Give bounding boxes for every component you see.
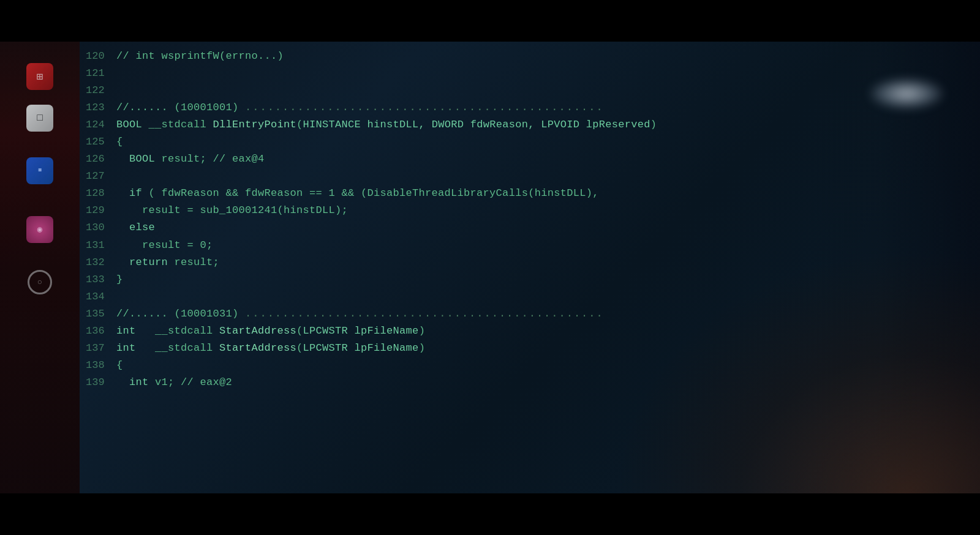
left-sidebar: ⊞ □ ▪ ◉ [0,42,80,493]
line-content-128: if ( fdwReason && fdwReason == 1 && (Dis… [116,185,599,202]
line-num-133: 133 [86,271,116,288]
sidebar-icon-symbol-4: ◉ [37,224,42,234]
code-line-131: 131 result = 0; [86,237,968,254]
line-num-122: 122 [86,82,116,99]
code-line-139: 139 int v1; // eax@2 [86,374,968,391]
sidebar-icon-symbol-3: ▪ [36,163,43,178]
line-content-124: BOOL __stdcall DllEntryPoint(HINSTANCE h… [116,116,657,133]
line-num-139: 139 [86,374,116,391]
sidebar-item-2[interactable]: □ [15,100,64,137]
line-content-139: int v1; // eax@2 [116,374,232,391]
line-num-124: 124 [86,116,116,133]
line-num-121: 121 [86,65,116,82]
code-line-127: 127 [86,168,968,185]
line-num-123: 123 [86,99,116,116]
line-content-137: int __stdcall StartAddress(LPCWSTR lpFil… [116,340,425,357]
sidebar-icon-red: ⊞ [26,63,53,90]
line-content-130: else [116,219,155,236]
line-content-120: // int wsprintfW(errno...) [116,48,284,65]
line-num-137: 137 [86,340,116,357]
line-content-138: { [116,357,123,374]
line-content-136: int __stdcall StartAddress(LPCWSTR lpFil… [116,323,425,340]
line-content-126: BOOL result; // eax@4 [116,151,265,168]
line-num-128: 128 [86,185,116,202]
main-area: ⊞ □ ▪ ◉ [0,42,980,493]
sidebar-icon-symbol-5: ○ [37,277,42,287]
code-line-124: 124 BOOL __stdcall DllEntryPoint(HINSTAN… [86,116,968,133]
line-content-123: //...... (10001001) ....................… [116,99,604,116]
sidebar-icon-symbol-1: ⊞ [37,70,43,83]
code-line-128: 128 if ( fdwReason && fdwReason == 1 && … [86,185,968,202]
sidebar-icon-symbol-2: □ [37,113,43,124]
sidebar-item-1[interactable]: ⊞ [15,59,64,95]
line-num-126: 126 [86,151,116,168]
code-line-135: 135 //...... (10001031) ................… [86,305,968,323]
line-content-131: result = 0; [116,237,213,254]
line-content-133: } [116,271,123,288]
code-line-126: 126 BOOL result; // eax@4 [86,151,968,168]
code-line-133: 133 } [86,271,968,288]
code-line-121: 121 [86,65,968,82]
code-line-122: 122 [86,82,968,99]
line-content-129: result = sub_10001241(hinstDLL); [116,202,348,219]
screen-wrapper: ⊞ □ ▪ ◉ [0,0,980,535]
code-line-123: 123 //...... (10001001) ................… [86,99,968,116]
line-num-135: 135 [86,305,116,323]
code-line-129: 129 result = sub_10001241(hinstDLL); [86,202,968,219]
sidebar-icon-blue: ▪ [26,157,53,184]
line-num-132: 132 [86,254,116,271]
line-num-127: 127 [86,168,116,185]
code-line-136: 136 int __stdcall StartAddress(LPCWSTR l… [86,323,968,340]
sidebar-icon-white: □ [26,105,53,132]
letterbox-bottom [0,493,980,535]
sidebar-item-5[interactable]: ○ [15,264,64,301]
code-line-125: 125 { [86,133,968,151]
line-content-132: return result; [116,254,219,271]
line-num-129: 129 [86,202,116,219]
code-line-137: 137 int __stdcall StartAddress(LPCWSTR l… [86,340,968,357]
letterbox-top [0,0,980,42]
sidebar-item-4[interactable]: ◉ [15,212,64,249]
line-content-135: //...... (10001031) ....................… [116,305,604,323]
sidebar-item-3[interactable]: ▪ [15,153,64,190]
sidebar-icon-pink: ◉ [26,216,53,243]
line-num-120: 120 [86,48,116,65]
sidebar-icon-circle: ○ [28,270,52,294]
line-num-138: 138 [86,357,116,374]
line-num-136: 136 [86,323,116,340]
code-line-138: 138 { [86,357,968,374]
line-num-131: 131 [86,237,116,254]
line-num-134: 134 [86,288,116,305]
code-line-132: 132 return result; [86,254,968,271]
code-line-134: 134 [86,288,968,305]
line-content-125: { [116,133,123,151]
line-num-130: 130 [86,219,116,236]
line-num-125: 125 [86,133,116,151]
code-line-130: 130 else [86,219,968,236]
code-line-120: 120 // int wsprintfW(errno...) [86,48,968,65]
code-area: 120 // int wsprintfW(errno...) 121 122 1… [80,42,980,493]
